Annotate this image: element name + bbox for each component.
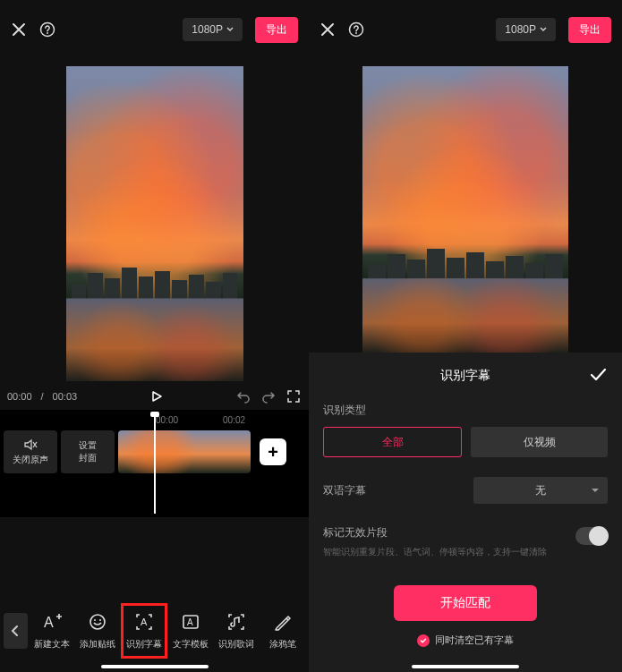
type-option-video-only[interactable]: 仅视频 — [471, 427, 608, 457]
subtitle-panel: 识别字幕 识别类型 全部 仅视频 双语字幕 无 标记无效片段 智能识别重复片段、… — [309, 353, 622, 672]
bottom-toolbar: A 新建文本 添加贴纸 A 识别字幕 A 文字模板 识别歌 — [0, 590, 309, 672]
sticker-icon — [87, 611, 108, 633]
confirm-icon[interactable] — [588, 365, 608, 388]
fullscreen-icon[interactable] — [285, 388, 302, 404]
svg-point-1 — [47, 32, 48, 34]
tool-label: 识别歌词 — [218, 638, 254, 651]
invalid-hint: 智能识别重复片段、语气词、停顿等内容，支持一键清除 — [323, 546, 575, 558]
bilingual-label: 双语字幕 — [323, 483, 366, 498]
checkbox-checked-icon[interactable] — [417, 634, 430, 647]
back-button[interactable] — [4, 613, 28, 649]
svg-point-5 — [99, 619, 101, 621]
tool-label: 添加贴纸 — [80, 638, 115, 651]
tool-label: 新建文本 — [34, 638, 70, 651]
play-icon[interactable] — [149, 388, 165, 404]
tool-doodle[interactable]: 涂鸦笔 — [260, 604, 305, 658]
bilingual-value: 无 — [535, 483, 546, 498]
tool-sticker[interactable]: 添加贴纸 — [75, 604, 120, 658]
right-topbar: 1080P 导出 — [309, 0, 622, 59]
svg-point-3 — [90, 615, 105, 629]
text-plus-icon: A — [41, 611, 63, 633]
template-icon: A — [180, 611, 201, 633]
ruler-mark: 00:02 — [223, 415, 245, 425]
preview-reflection — [66, 299, 243, 381]
left-topbar: 1080P 导出 — [0, 0, 309, 59]
timeline[interactable]: 00:00 00:02 关闭原声 设置 封面 + — [0, 410, 309, 517]
tool-label: 识别字幕 — [126, 638, 162, 651]
help-icon[interactable] — [39, 21, 55, 38]
time-sep: / — [41, 391, 44, 402]
subtitle-scan-icon: A — [133, 611, 155, 633]
tool-lyrics[interactable]: 识别歌词 — [215, 604, 260, 658]
preview-skyline — [66, 261, 243, 299]
preview-skyline — [362, 243, 568, 277]
export-button[interactable]: 导出 — [255, 17, 298, 43]
svg-point-4 — [94, 619, 96, 621]
tool-new-text[interactable]: A 新建文本 — [30, 604, 74, 658]
redo-icon[interactable] — [260, 388, 277, 404]
svg-point-0 — [41, 23, 55, 37]
type-option-all[interactable]: 全部 — [323, 427, 462, 457]
video-preview[interactable] — [362, 66, 568, 353]
resolution-button[interactable]: 1080P — [496, 18, 556, 41]
lyrics-scan-icon — [226, 611, 247, 633]
preview-reflection — [362, 278, 568, 353]
svg-point-10 — [355, 32, 357, 34]
tool-label: 涂鸦笔 — [269, 638, 296, 651]
export-button[interactable]: 导出 — [568, 17, 611, 43]
video-clip[interactable] — [118, 430, 251, 473]
cover-label: 设置 封面 — [79, 439, 97, 464]
resolution-label: 1080P — [505, 23, 536, 36]
video-preview[interactable] — [66, 66, 243, 381]
svg-text:A: A — [187, 617, 193, 627]
invalid-toggle[interactable] — [575, 527, 608, 545]
undo-icon[interactable] — [235, 388, 251, 404]
tool-template[interactable]: A 文字模板 — [168, 604, 213, 658]
home-indicator[interactable] — [101, 665, 209, 668]
clear-existing-row[interactable]: 同时清空已有字幕 — [323, 634, 608, 647]
time-current: 00:00 — [7, 391, 32, 402]
playhead[interactable] — [154, 413, 156, 514]
close-icon[interactable] — [11, 21, 27, 38]
help-icon[interactable] — [348, 21, 364, 38]
editor-left-pane: 1080P 导出 00:00 / 00:03 00:00 — [0, 0, 309, 672]
resolution-label: 1080P — [192, 23, 223, 36]
tool-subtitle[interactable]: A 识别字幕 — [122, 604, 166, 658]
invalid-label: 标记无效片段 — [323, 525, 575, 540]
editor-right-pane: 1080P 导出 识别字幕 识别类型 全部 仅视频 双语字幕 无 — [309, 0, 622, 672]
panel-title: 识别字幕 — [440, 368, 490, 384]
svg-text:A: A — [44, 615, 54, 630]
ruler-mark: 00:00 — [156, 415, 178, 425]
tool-label: 文字模板 — [173, 638, 209, 651]
pen-icon — [272, 611, 294, 633]
mute-label: 关闭原声 — [13, 454, 48, 466]
start-match-button[interactable]: 开始匹配 — [394, 585, 537, 621]
close-icon[interactable] — [320, 21, 336, 38]
bilingual-select[interactable]: 无 — [473, 477, 608, 504]
home-indicator[interactable] — [412, 665, 519, 668]
type-segment: 全部 仅视频 — [323, 427, 608, 457]
svg-point-9 — [350, 23, 363, 37]
playbar: 00:00 / 00:03 — [0, 381, 309, 410]
type-label: 识别类型 — [323, 403, 608, 418]
clear-existing-label: 同时清空已有字幕 — [435, 634, 514, 647]
mute-button[interactable]: 关闭原声 — [4, 430, 57, 473]
svg-text:A: A — [141, 617, 148, 627]
resolution-button[interactable]: 1080P — [183, 18, 243, 41]
cover-button[interactable]: 设置 封面 — [61, 430, 115, 473]
add-clip-button[interactable]: + — [260, 438, 286, 465]
time-total: 00:03 — [53, 391, 78, 402]
